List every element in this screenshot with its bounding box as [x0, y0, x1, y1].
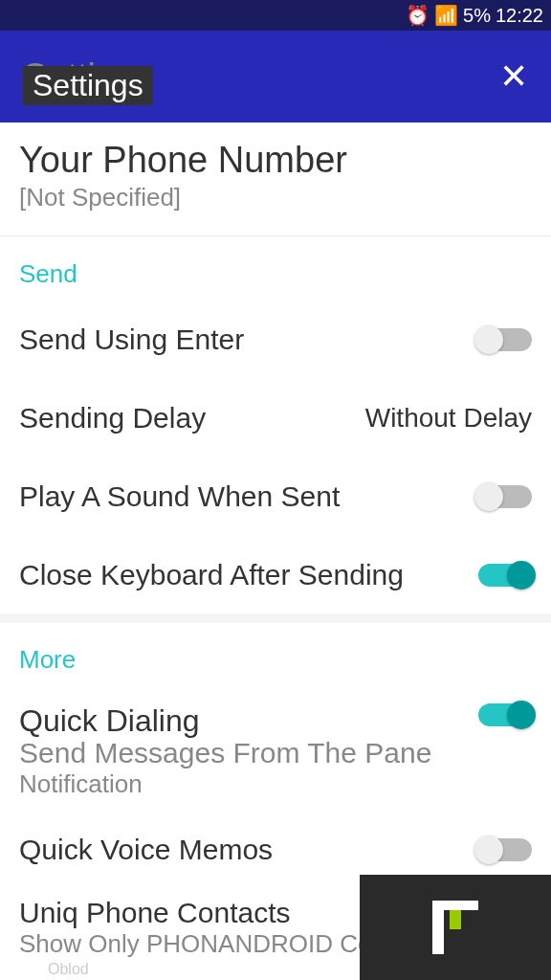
quick-dialing-sublabel2: Notification	[19, 769, 478, 799]
quick-dialing-label: Quick Dialing	[19, 703, 478, 739]
send-using-enter-label: Send Using Enter	[19, 323, 244, 356]
send-section-label: Send	[0, 236, 551, 301]
phone-number-title: Your Phone Number	[19, 140, 532, 181]
battery-percent: 5%	[463, 5, 491, 27]
play-sound-label: Play A Sound When Sent	[19, 480, 340, 513]
play-sound-toggle[interactable]	[478, 485, 532, 508]
play-sound-row[interactable]: Play A Sound When Sent	[0, 457, 551, 536]
phone-number-section[interactable]: Your Phone Number [Not Specified]	[0, 122, 551, 236]
quick-dialing-row[interactable]: Quick Dialing Send Messages From The Pan…	[0, 686, 551, 811]
sending-delay-value: Without Delay	[365, 403, 532, 434]
close-keyboard-row[interactable]: Close Keyboard After Sending	[0, 536, 551, 614]
quick-dialing-text: Quick Dialing Send Messages From The Pan…	[19, 703, 478, 799]
more-section-label: More	[0, 622, 551, 686]
widget-logo-icon	[432, 901, 478, 954]
send-using-enter-row[interactable]: Send Using Enter	[0, 301, 551, 379]
section-divider	[0, 614, 551, 622]
close-icon[interactable]: ✕	[499, 56, 528, 97]
quick-dialing-sublabel: Send Messages From The Pane	[19, 737, 478, 769]
header-title-wrap: Settings Settings	[23, 56, 154, 98]
send-using-enter-toggle[interactable]	[478, 328, 532, 351]
quick-dialing-toggle[interactable]	[478, 703, 532, 726]
signal-icon: 📶	[434, 4, 458, 27]
close-keyboard-label: Close Keyboard After Sending	[19, 559, 404, 591]
app-header: Settings Settings ✕	[0, 31, 551, 122]
watermark: Oblod	[48, 961, 89, 978]
sending-delay-label: Sending Delay	[19, 402, 206, 434]
floating-widget[interactable]	[360, 875, 551, 980]
alarm-icon: ⏰	[406, 4, 430, 27]
phone-number-value: [Not Specified]	[19, 183, 532, 212]
header-title-overlay: Settings	[23, 66, 153, 105]
close-keyboard-toggle[interactable]	[478, 564, 532, 587]
quick-voice-memos-toggle[interactable]	[478, 838, 532, 861]
status-bar: ⏰ 📶 5% 12:22	[0, 0, 551, 31]
time: 12:22	[496, 5, 543, 27]
main-content: Your Phone Number [Not Specified] Send S…	[0, 122, 551, 967]
sending-delay-row[interactable]: Sending Delay Without Delay	[0, 379, 551, 457]
quick-voice-memos-label: Quick Voice Memos	[19, 834, 273, 866]
